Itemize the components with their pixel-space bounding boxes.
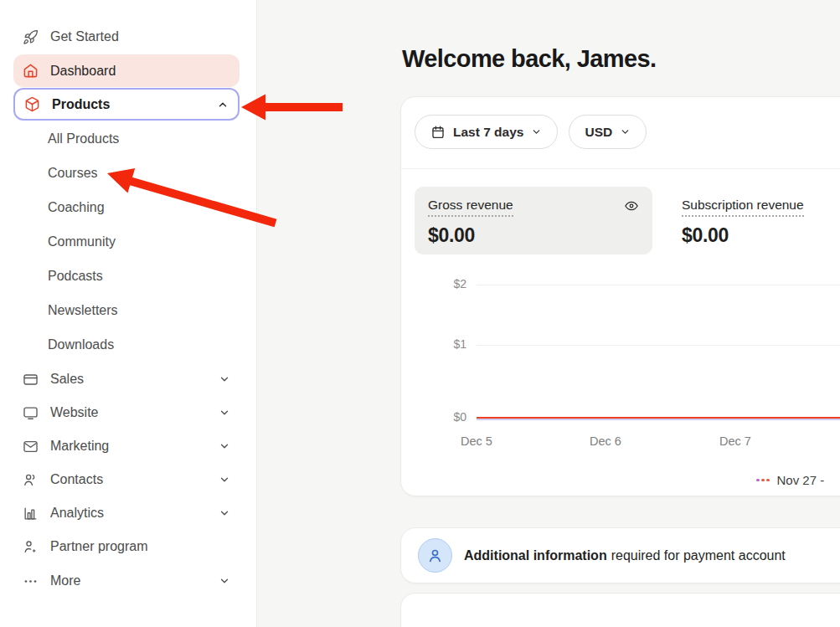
sidebar-item-newsletters[interactable]: Newsletters bbox=[13, 294, 240, 327]
monitor-icon bbox=[23, 405, 39, 421]
banner-description: required for payment account bbox=[611, 548, 786, 563]
app-window: Get Started Dashboard Products All Produ… bbox=[0, 0, 840, 627]
x-axis-tick: Dec 6 bbox=[572, 434, 639, 448]
sidebar-item-dashboard[interactable]: Dashboard bbox=[13, 54, 240, 87]
sidebar-item-label: Coaching bbox=[48, 200, 105, 215]
sidebar-item-label: Sales bbox=[50, 372, 84, 387]
gridline bbox=[477, 285, 840, 285]
sidebar-item-courses[interactable]: Courses bbox=[13, 157, 240, 190]
sidebar-item-label: Newsletters bbox=[48, 303, 118, 318]
sidebar-item-label: All Products bbox=[48, 131, 119, 146]
stat-value: $0.00 bbox=[428, 224, 639, 247]
sidebar-item-all-products[interactable]: All Products bbox=[13, 122, 240, 156]
people-icon bbox=[23, 472, 39, 488]
sidebar-item-label: Dashboard bbox=[50, 64, 116, 79]
y-axis-tick: $1 bbox=[408, 337, 466, 351]
date-range-label: Last 7 days bbox=[453, 125, 523, 140]
calendar-icon bbox=[430, 125, 446, 140]
filter-row: Last 7 days USD bbox=[415, 115, 647, 149]
chart-legend: Nov 27 - bbox=[756, 473, 824, 487]
currency-filter[interactable]: USD bbox=[569, 115, 647, 149]
eye-icon[interactable] bbox=[624, 198, 639, 213]
envelope-icon bbox=[23, 439, 39, 455]
sidebar-item-label: Website bbox=[50, 405, 99, 420]
sidebar-item-label: Podcasts bbox=[48, 269, 103, 284]
chevron-up-icon bbox=[217, 99, 229, 110]
chevron-down-icon bbox=[219, 440, 230, 452]
home-icon bbox=[23, 63, 39, 79]
user-icon bbox=[418, 538, 452, 573]
currency-label: USD bbox=[585, 125, 612, 140]
sidebar-item-label: Products bbox=[52, 97, 110, 112]
chevron-down-icon bbox=[219, 575, 230, 587]
sidebar-item-label: Partner program bbox=[50, 539, 148, 554]
legend-label: Nov 27 - bbox=[777, 473, 825, 487]
chevron-down-icon bbox=[620, 126, 631, 137]
bar-chart-icon bbox=[23, 506, 39, 522]
page-title: Welcome back, James. bbox=[402, 45, 656, 73]
stat-subscription-revenue[interactable]: Subscription revenue $0.00 bbox=[668, 187, 840, 254]
card-divider bbox=[401, 168, 840, 169]
sidebar-item-community[interactable]: Community bbox=[13, 225, 240, 259]
sidebar-item-contacts[interactable]: Contacts bbox=[13, 463, 240, 496]
sidebar-item-label: Marketing bbox=[50, 439, 109, 454]
sidebar-item-label: Get Started bbox=[50, 29, 119, 44]
sidebar-item-products[interactable]: Products bbox=[13, 88, 240, 121]
sidebar-item-sales[interactable]: Sales bbox=[13, 362, 240, 396]
date-range-filter[interactable]: Last 7 days bbox=[415, 115, 558, 149]
sidebar-item-analytics[interactable]: Analytics bbox=[13, 496, 240, 530]
dashboard-card: Last 7 days USD Gross revenue $0.0 bbox=[400, 96, 840, 496]
sidebar-item-marketing[interactable]: Marketing bbox=[13, 429, 240, 463]
y-axis-tick: $0 bbox=[408, 410, 466, 424]
sidebar-item-label: Analytics bbox=[50, 506, 104, 521]
chevron-down-icon bbox=[219, 474, 230, 486]
chevron-down-icon bbox=[531, 126, 542, 137]
sidebar-item-coaching[interactable]: Coaching bbox=[13, 191, 240, 224]
sidebar-item-label: More bbox=[50, 573, 80, 588]
chevron-down-icon bbox=[219, 407, 230, 419]
payment-info-banner[interactable]: Additional informationrequired for payme… bbox=[400, 527, 840, 583]
y-axis-tick: $2 bbox=[408, 277, 466, 290]
sidebar-item-more[interactable]: More bbox=[13, 564, 240, 598]
cube-icon bbox=[24, 96, 40, 112]
stat-value: $0.00 bbox=[682, 224, 840, 247]
stat-label: Subscription revenue bbox=[682, 198, 804, 217]
gridline bbox=[477, 345, 840, 346]
x-axis-tick: Dec 7 bbox=[702, 434, 769, 448]
sidebar-item-downloads[interactable]: Downloads bbox=[13, 328, 240, 362]
sidebar-item-label: Contacts bbox=[50, 472, 103, 487]
stat-gross-revenue[interactable]: Gross revenue $0.00 bbox=[415, 187, 652, 254]
sidebar-item-website[interactable]: Website bbox=[13, 396, 240, 429]
rocket-icon bbox=[23, 29, 39, 45]
sidebar: Get Started Dashboard Products All Produ… bbox=[0, 0, 257, 627]
banner-text: Additional informationrequired for payme… bbox=[464, 548, 786, 563]
sidebar-item-podcasts[interactable]: Podcasts bbox=[13, 260, 240, 293]
dashed-line-legend-icon bbox=[756, 479, 770, 482]
stat-label: Gross revenue bbox=[428, 198, 513, 217]
chart-line-current bbox=[477, 417, 840, 419]
sidebar-item-partner-program[interactable]: Partner program bbox=[13, 530, 240, 563]
banner-title: Additional information bbox=[464, 548, 607, 563]
chart-line-comparison bbox=[477, 419, 840, 420]
person-star-icon bbox=[23, 539, 39, 555]
credit-card-icon bbox=[23, 372, 39, 388]
sidebar-item-get-started[interactable]: Get Started bbox=[13, 20, 240, 54]
sidebar-item-label: Courses bbox=[48, 166, 98, 181]
next-card-partial bbox=[400, 593, 840, 627]
x-axis-tick: Dec 5 bbox=[443, 434, 510, 448]
ellipsis-icon bbox=[23, 573, 39, 589]
chevron-down-icon bbox=[219, 373, 230, 385]
sidebar-item-label: Community bbox=[48, 234, 116, 249]
chevron-down-icon bbox=[219, 507, 230, 519]
sidebar-item-label: Downloads bbox=[48, 337, 114, 352]
